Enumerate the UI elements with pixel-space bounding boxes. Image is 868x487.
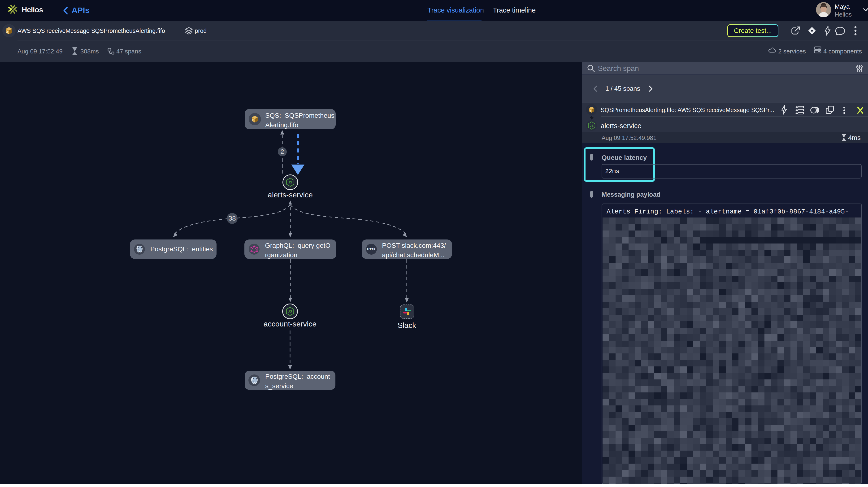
- svg-text:JS: JS: [288, 180, 292, 184]
- svg-text:JS: JS: [590, 124, 594, 127]
- svg-text:JS: JS: [288, 309, 292, 313]
